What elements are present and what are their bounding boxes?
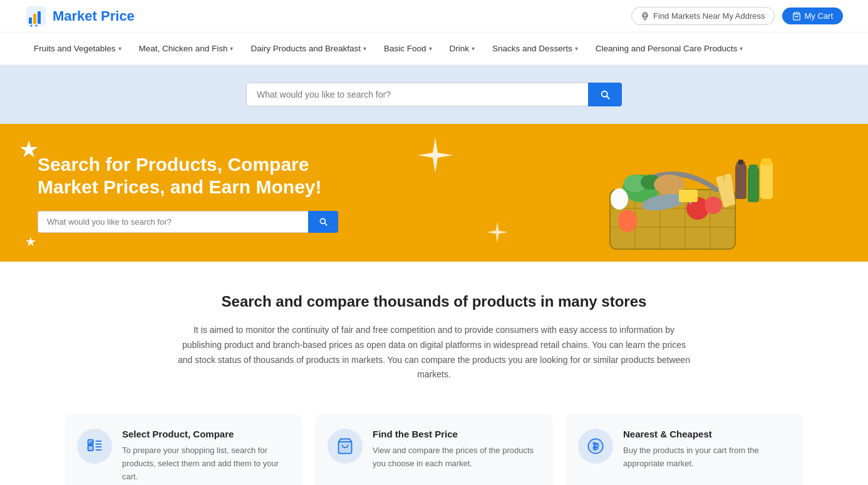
feature-desc-best-price: View and compare the prices of the produ… [373,444,540,471]
nav-label-cleaning-care: Cleaning and Personal Care Products [596,44,738,53]
feature-title-nearest-cheapest: Nearest & Cheapest [623,429,791,439]
sparkle-small-icon [486,221,509,249]
info-description: It is aimed to monitor the continuity of… [177,323,691,382]
hero-search-input[interactable] [246,83,588,106]
shopping-cart-icon [336,437,354,455]
nav-label-dairy-breakfast: Dairy Products and Breakfast [251,44,361,53]
feature-icon-select-compare [77,429,112,464]
nav-item-fruits-vegetables[interactable]: Fruits and Vegetables ▾ [25,33,130,64]
svg-rect-2 [33,14,36,24]
chevron-down-icon: ▾ [740,45,743,52]
hero-search-button[interactable] [588,83,622,106]
feature-text-nearest-cheapest: Nearest & Cheapest Buy the products in y… [623,429,791,471]
nav-label-fruits-vegetables: Fruits and Vegetables [34,44,116,53]
svg-point-34 [611,188,628,210]
nav-item-snacks-desserts[interactable]: Snacks and Desserts ▾ [483,33,587,64]
location-icon [641,12,649,21]
svg-rect-25 [735,165,747,199]
banner-image-area [477,124,868,262]
hero-search-area [0,65,868,124]
feature-text-select-compare: Select Product, Compare To prepare your … [122,429,290,483]
money-icon: $ [587,437,604,455]
nav-item-dairy-breakfast[interactable]: Dairy Products and Breakfast ▾ [242,33,375,64]
svg-rect-3 [38,11,41,24]
navigation: Fruits and Vegetables ▾ Meat, Chicken an… [0,33,868,65]
banner-search-input[interactable] [38,211,308,233]
svg-rect-35 [679,190,698,202]
find-markets-label: Find Markets Near My Address [653,11,765,21]
feature-icon-nearest-cheapest: $ [578,429,613,464]
nav-label-snacks-desserts: Snacks and Desserts [492,44,572,53]
star-big-icon: ★ [19,136,39,163]
chevron-down-icon: ▾ [429,45,432,52]
hero-search-bar [246,83,622,106]
chevron-down-icon: ▾ [472,45,475,52]
svg-point-36 [618,210,637,232]
cart-icon [792,12,801,21]
feature-text-best-price: Find the Best Price View and compare the… [373,429,540,471]
sparkle-big-icon [416,136,454,183]
feature-card-nearest-cheapest: $ Nearest & Cheapest Buy the products in… [566,414,803,485]
feature-title-best-price: Find the Best Price [373,429,540,439]
banner-search-button[interactable] [308,211,338,233]
svg-rect-1 [29,18,32,24]
feature-desc-select-compare: To prepare your shopping list, search fo… [122,444,290,483]
svg-point-4 [31,24,33,26]
chevron-down-icon: ▾ [363,45,366,52]
banner-search-bar [38,211,338,233]
search-icon [318,217,328,227]
banner-title: Search for Products, Compare Market Pric… [38,153,338,198]
header: Market Price Find Markets Near My Addres… [0,0,868,33]
feature-desc-nearest-cheapest: Buy the products in your cart from the a… [623,444,791,471]
svg-rect-28 [748,168,759,202]
svg-marker-8 [418,138,453,173]
nav-item-drink[interactable]: Drink ▾ [441,33,484,64]
grocery-basket-illustration [560,127,785,258]
svg-point-5 [36,24,38,26]
nav-item-basic-food[interactable]: Basic Food ▾ [375,33,441,64]
svg-point-21 [705,197,722,214]
banner: ★ ★ Search for Products, Compare Market … [0,124,868,262]
svg-rect-31 [762,158,772,166]
info-section: Search and compare thousands of products… [152,262,716,401]
svg-rect-27 [738,160,743,165]
feature-cards: Select Product, Compare To prepare your … [0,401,868,485]
nav-label-basic-food: Basic Food [384,44,426,53]
chevron-down-icon: ▾ [118,45,121,52]
my-cart-label: My Cart [805,11,834,21]
feature-card-best-price: Find the Best Price View and compare the… [315,414,553,485]
search-icon [599,89,611,100]
feature-title-select-compare: Select Product, Compare [122,429,290,439]
banner-content: Search for Products, Compare Market Pric… [38,153,338,233]
svg-point-6 [644,14,647,17]
nav-item-cleaning-care[interactable]: Cleaning and Personal Care Products ▾ [587,33,752,64]
logo-area[interactable]: Market Price [25,5,135,28]
nav-item-meat-chicken-fish[interactable]: Meat, Chicken and Fish ▾ [130,33,242,64]
svg-marker-9 [487,222,508,243]
info-title: Search and compare thousands of products… [177,293,691,310]
feature-card-select-compare: Select Product, Compare To prepare your … [65,414,302,485]
star-small-icon: ★ [25,234,36,249]
list-icon [86,437,103,455]
feature-icon-best-price [328,429,363,464]
svg-rect-38 [88,446,93,451]
my-cart-button[interactable]: My Cart [782,8,844,24]
chevron-down-icon: ▾ [230,45,233,52]
nav-label-drink: Drink [450,44,470,53]
chevron-down-icon: ▾ [575,45,578,52]
svg-rect-29 [749,165,758,172]
svg-rect-30 [760,161,773,199]
logo-icon [25,5,48,28]
nav-label-meat-chicken-fish: Meat, Chicken and Fish [139,44,228,53]
header-actions: Find Markets Near My Address My Cart [631,7,843,25]
logo-text: Market Price [53,8,135,24]
find-markets-button[interactable]: Find Markets Near My Address [631,7,774,25]
